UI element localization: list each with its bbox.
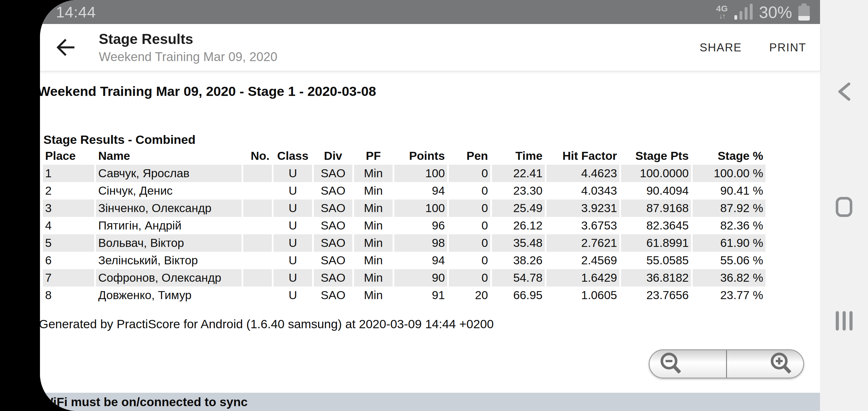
table-cell: 3 bbox=[43, 199, 94, 217]
table-cell: U bbox=[274, 269, 312, 287]
table-cell bbox=[243, 182, 272, 199]
table-cell: 100.00 % bbox=[693, 165, 766, 182]
table-cell: 8 bbox=[43, 287, 94, 304]
table-cell: 54.78 bbox=[492, 269, 545, 287]
table-cell: Min bbox=[354, 287, 393, 304]
table-cell: 23.77 % bbox=[693, 287, 766, 304]
table-cell: 3.6753 bbox=[547, 217, 619, 234]
table-cell: 4.0343 bbox=[547, 182, 619, 199]
zoom-in-icon bbox=[768, 351, 795, 377]
table-cell: 87.9168 bbox=[621, 199, 691, 217]
table-cell: 0 bbox=[449, 199, 490, 217]
table-cell: Зелінський, Віктор bbox=[96, 252, 242, 269]
table-cell: Min bbox=[354, 234, 393, 252]
table-body: 1Савчук, ЯрославUSAOMin100022.414.462310… bbox=[43, 165, 766, 304]
table-cell: U bbox=[274, 252, 312, 269]
table-cell bbox=[243, 217, 272, 234]
table-cell: 90.4094 bbox=[621, 182, 691, 199]
table-cell bbox=[243, 165, 272, 182]
table-cell: SAO bbox=[314, 269, 352, 287]
zoom-out-button[interactable] bbox=[650, 350, 727, 378]
signal-strength-icon bbox=[734, 4, 753, 20]
table-cell: 66.95 bbox=[492, 287, 545, 304]
table-cell: 55.0585 bbox=[621, 252, 691, 269]
table-cell: 2.7621 bbox=[547, 234, 619, 252]
table-cell: 94 bbox=[394, 252, 447, 269]
status-time: 14:44 bbox=[56, 3, 96, 21]
table-cell: 36.82 % bbox=[693, 269, 766, 287]
nav-recents-button[interactable] bbox=[820, 311, 868, 330]
column-header: Stage Pts bbox=[621, 147, 691, 165]
nav-home-button[interactable] bbox=[820, 197, 868, 217]
table-cell: 2 bbox=[43, 182, 94, 199]
report-webview[interactable]: Weekend Training Mar 09, 2020 - Stage 1 … bbox=[40, 71, 820, 393]
report-section-title: Stage Results - Combined bbox=[43, 133, 820, 147]
table-cell: U bbox=[274, 217, 312, 234]
table-cell: 3.9231 bbox=[547, 199, 619, 217]
table-cell: Савчук, Ярослав bbox=[96, 165, 242, 182]
android-nav-bar bbox=[820, 0, 868, 411]
table-cell: 91 bbox=[394, 287, 447, 304]
app-bar-actions: SHARE PRINT bbox=[700, 41, 806, 54]
phone-screen: 14:44 4G ↓↑ 30% bbox=[40, 0, 868, 411]
table-cell: 22.41 bbox=[492, 165, 545, 182]
table-cell: 0 bbox=[449, 252, 490, 269]
app-bar: Stage Results Weekend Training Mar 09, 2… bbox=[40, 24, 820, 71]
column-header: Points bbox=[394, 147, 447, 165]
share-button[interactable]: SHARE bbox=[700, 41, 742, 54]
table-cell bbox=[243, 234, 272, 252]
table-cell: 0 bbox=[449, 217, 490, 234]
table-cell: 4 bbox=[43, 217, 94, 234]
sync-status-message: WiFi must be on/connected to sync bbox=[40, 395, 248, 409]
table-cell: 20 bbox=[449, 287, 490, 304]
status-icons: 4G ↓↑ 30% bbox=[716, 3, 810, 22]
table-header: PlaceNameNo.ClassDivPFPointsPenTimeHit F… bbox=[43, 147, 766, 165]
table-cell: 4.4623 bbox=[547, 165, 619, 182]
column-header: Div bbox=[314, 147, 352, 165]
table-cell: 0 bbox=[449, 182, 490, 199]
table-cell: 82.3645 bbox=[621, 217, 691, 234]
table-cell: 1.0605 bbox=[547, 287, 619, 304]
table-cell: Софронов, Олександр bbox=[96, 269, 242, 287]
mobile-data-4g-icon: 4G ↓↑ bbox=[716, 4, 728, 20]
table-cell: 5 bbox=[43, 234, 94, 252]
table-row: 2Сінчук, ДенисUSAOMin94023.304.034390.40… bbox=[43, 182, 766, 199]
table-cell: SAO bbox=[314, 234, 352, 252]
table-cell: 55.06 % bbox=[693, 252, 766, 269]
table-cell: U bbox=[274, 165, 312, 182]
table-row: 6Зелінський, ВікторUSAOMin94038.262.4569… bbox=[43, 252, 766, 269]
table-cell: 100 bbox=[394, 199, 447, 217]
print-button[interactable]: PRINT bbox=[769, 41, 806, 54]
table-header-row: PlaceNameNo.ClassDivPFPointsPenTimeHit F… bbox=[43, 147, 766, 165]
table-cell: 100 bbox=[394, 165, 447, 182]
table-cell: 38.26 bbox=[492, 252, 545, 269]
table-cell: 0 bbox=[449, 269, 490, 287]
table-cell: Вольвач, Віктор bbox=[96, 234, 242, 252]
zoom-in-button[interactable] bbox=[727, 350, 803, 378]
zoom-controls bbox=[649, 349, 804, 378]
table-cell: Min bbox=[354, 252, 393, 269]
status-bar: 14:44 4G ↓↑ 30% bbox=[40, 0, 820, 24]
table-cell: Min bbox=[354, 182, 393, 199]
nav-back-button[interactable] bbox=[820, 82, 868, 101]
table-cell: 98 bbox=[394, 234, 447, 252]
back-button[interactable] bbox=[55, 37, 75, 58]
column-header: No. bbox=[243, 147, 272, 165]
table-row: 4Пятигін, АндрійUSAOMin96026.123.675382.… bbox=[43, 217, 766, 234]
app-window: 14:44 4G ↓↑ 30% bbox=[40, 0, 820, 411]
table-cell: 6 bbox=[43, 252, 94, 269]
nav-back-chevron-icon bbox=[837, 82, 850, 101]
nav-recents-icon bbox=[836, 311, 852, 330]
table-cell: 90 bbox=[394, 269, 447, 287]
table-cell: U bbox=[274, 199, 312, 217]
table-cell: SAO bbox=[314, 252, 352, 269]
table-cell: Min bbox=[354, 217, 393, 234]
table-cell: Сінчук, Денис bbox=[96, 182, 242, 199]
table-cell: SAO bbox=[314, 199, 352, 217]
table-cell: 7 bbox=[43, 269, 94, 287]
table-cell: Пятигін, Андрій bbox=[96, 217, 242, 234]
table-cell bbox=[243, 252, 272, 269]
table-cell: 23.30 bbox=[492, 182, 545, 199]
table-cell: Довженко, Тимур bbox=[96, 287, 242, 304]
table-cell bbox=[243, 287, 272, 304]
